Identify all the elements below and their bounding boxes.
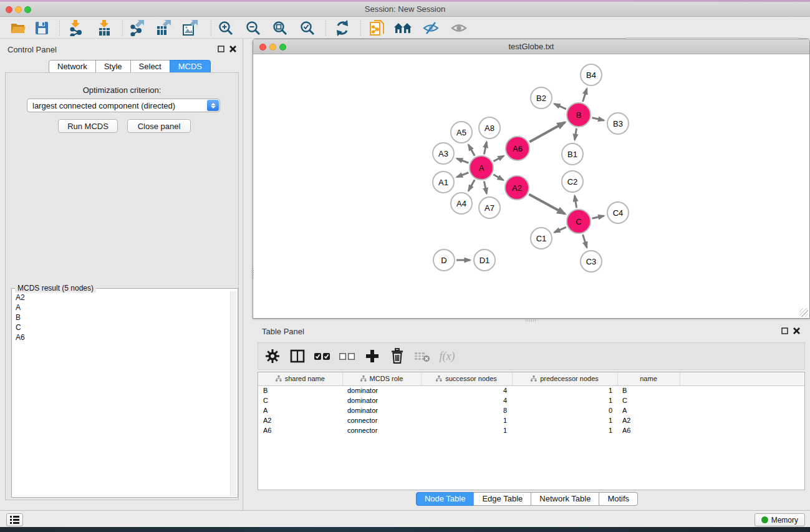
refresh-icon[interactable] bbox=[333, 19, 352, 37]
control-tab-select[interactable]: Select bbox=[130, 60, 170, 74]
delete-column-icon[interactable] bbox=[387, 348, 408, 364]
cell-mcds-role[interactable]: connector bbox=[342, 425, 421, 435]
cell-successor-nodes[interactable]: 8 bbox=[421, 405, 512, 415]
table-row[interactable]: Adominator80A bbox=[258, 405, 804, 415]
memory-button[interactable]: Memory bbox=[755, 513, 805, 526]
graph-node-C1[interactable]: C1 bbox=[530, 227, 552, 249]
graph-edge-A-A3[interactable] bbox=[457, 158, 469, 163]
zoom-fit-icon[interactable] bbox=[271, 19, 289, 37]
column-layout-icon[interactable] bbox=[287, 349, 308, 363]
cell-shared-name[interactable]: A2 bbox=[258, 415, 342, 425]
table-tab-node-table[interactable]: Node Table bbox=[416, 492, 475, 506]
graph-node-B2[interactable]: B2 bbox=[530, 87, 552, 109]
graph-node-A3[interactable]: A3 bbox=[432, 142, 455, 165]
graph-node-A4[interactable]: A4 bbox=[450, 192, 473, 215]
network-canvas[interactable]: B4B2BB3B1A5A8A6A3AA1C2A4A7A2CC4C1C3DD1 bbox=[253, 54, 809, 318]
graph-edge-C-C3[interactable] bbox=[583, 235, 587, 248]
cell-predecessor-nodes[interactable]: 1 bbox=[512, 395, 617, 405]
cell-mcds-role[interactable]: dominator bbox=[342, 385, 421, 395]
cell-name[interactable]: A bbox=[617, 405, 680, 415]
graph-node-A5[interactable]: A5 bbox=[450, 121, 473, 143]
home-icon[interactable] bbox=[394, 19, 413, 37]
graph-edge-A-A4[interactable] bbox=[468, 180, 475, 191]
export-table-icon[interactable] bbox=[154, 19, 173, 37]
column-header-mcds-role[interactable]: MCDS role bbox=[342, 372, 421, 385]
export-network-icon[interactable] bbox=[127, 19, 146, 37]
control-tab-mcds[interactable]: MCDS bbox=[170, 60, 211, 74]
close-panel-icon[interactable] bbox=[793, 327, 800, 334]
graph-node-B3[interactable]: B3 bbox=[607, 112, 629, 135]
graph-node-C2[interactable]: C2 bbox=[561, 170, 584, 193]
graph-edge-C-C2[interactable] bbox=[575, 196, 577, 208]
control-tab-style[interactable]: Style bbox=[95, 60, 131, 74]
run-mcds-button[interactable]: Run MCDS bbox=[58, 119, 118, 133]
graph-node-B4[interactable]: B4 bbox=[580, 64, 602, 86]
cell-mcds-role[interactable]: dominator bbox=[342, 395, 421, 405]
save-session-icon[interactable] bbox=[32, 19, 51, 37]
criterion-select[interactable]: largest connected component (directed) bbox=[27, 99, 220, 112]
table-row[interactable]: A2connector11A2 bbox=[258, 415, 804, 425]
graph-node-A1[interactable]: A1 bbox=[432, 171, 455, 193]
show-eye-icon[interactable] bbox=[450, 19, 468, 37]
delete-table-icon[interactable] bbox=[412, 350, 433, 362]
cell-successor-nodes[interactable]: 4 bbox=[421, 385, 512, 395]
cell-name[interactable]: A2 bbox=[617, 415, 680, 425]
mcds-list-scrollbar[interactable] bbox=[230, 291, 237, 496]
cell-mcds-role[interactable]: dominator bbox=[342, 405, 421, 415]
graph-edge-A-A2[interactable] bbox=[493, 175, 503, 180]
table-tab-motifs[interactable]: Motifs bbox=[599, 492, 638, 506]
cell-shared-name[interactable]: A6 bbox=[258, 425, 342, 435]
graph-edge-A2-C[interactable] bbox=[529, 195, 565, 214]
mcds-result-item[interactable]: A6 bbox=[13, 332, 229, 342]
mcds-result-item[interactable]: A2 bbox=[13, 293, 229, 302]
graph-node-C4[interactable]: C4 bbox=[607, 201, 629, 224]
table-settings-icon[interactable] bbox=[262, 349, 283, 364]
column-header-name[interactable]: name bbox=[617, 372, 680, 385]
cell-shared-name[interactable]: B bbox=[258, 385, 342, 395]
deselect-all-checkboxes-icon[interactable] bbox=[337, 352, 358, 360]
graph-edge-A-A5[interactable] bbox=[468, 145, 475, 156]
node-table[interactable]: shared nameMCDS rolesuccessor nodesprede… bbox=[258, 372, 804, 435]
graph-node-A7[interactable]: A7 bbox=[478, 196, 501, 219]
graph-edge-A-A8[interactable] bbox=[484, 142, 486, 155]
cell-mcds-role[interactable]: connector bbox=[342, 415, 421, 425]
control-tab-network[interactable]: Network bbox=[49, 60, 96, 74]
cell-successor-nodes[interactable]: 4 bbox=[421, 395, 512, 405]
mcds-result-item[interactable]: B bbox=[13, 312, 229, 322]
cell-predecessor-nodes[interactable]: 1 bbox=[512, 415, 617, 425]
cell-predecessor-nodes[interactable]: 0 bbox=[512, 405, 617, 415]
column-header-predecessor-nodes[interactable]: predecessor nodes bbox=[512, 372, 617, 385]
table-tab-edge-table[interactable]: Edge Table bbox=[473, 492, 531, 506]
cell-predecessor-nodes[interactable]: 1 bbox=[512, 425, 617, 435]
function-builder-icon[interactable]: f(x) bbox=[436, 350, 458, 363]
import-network-icon[interactable] bbox=[66, 19, 85, 37]
zoom-out-icon[interactable] bbox=[244, 19, 263, 37]
table-tab-network-table[interactable]: Network Table bbox=[531, 492, 599, 506]
cell-predecessor-nodes[interactable]: 1 bbox=[512, 385, 617, 395]
graph-node-A8[interactable]: A8 bbox=[478, 117, 501, 139]
task-history-button[interactable] bbox=[6, 513, 23, 526]
graph-node-D[interactable]: D bbox=[433, 249, 455, 271]
splitter-handle-horizontal[interactable] bbox=[526, 319, 536, 322]
select-all-checkboxes-icon[interactable] bbox=[312, 352, 333, 360]
graph-node-A6[interactable]: A6 bbox=[505, 136, 530, 161]
close-panel-button[interactable]: Close panel bbox=[127, 119, 191, 133]
float-panel-icon[interactable] bbox=[781, 327, 788, 334]
cell-shared-name[interactable]: C bbox=[258, 395, 342, 405]
export-image-icon[interactable] bbox=[181, 19, 200, 37]
graph-node-A2[interactable]: A2 bbox=[504, 175, 529, 200]
add-column-icon[interactable] bbox=[362, 349, 383, 364]
graph-edge-B-B3[interactable] bbox=[592, 118, 604, 120]
cell-shared-name[interactable]: A bbox=[258, 405, 342, 415]
import-table-icon[interactable] bbox=[95, 19, 113, 37]
splitter-handle-vertical[interactable] bbox=[251, 268, 254, 278]
graph-edge-B-B2[interactable] bbox=[554, 104, 566, 109]
float-panel-icon[interactable] bbox=[218, 46, 224, 52]
graph-node-C3[interactable]: C3 bbox=[580, 250, 602, 273]
column-header-successor-nodes[interactable]: successor nodes bbox=[421, 372, 512, 385]
graph-edge-B-B1[interactable] bbox=[575, 128, 577, 140]
graph-edge-A-A7[interactable] bbox=[484, 181, 486, 194]
graph-edge-C-C4[interactable] bbox=[592, 216, 604, 218]
table-row[interactable]: Cdominator41C bbox=[258, 395, 804, 405]
close-panel-icon[interactable] bbox=[229, 46, 236, 52]
